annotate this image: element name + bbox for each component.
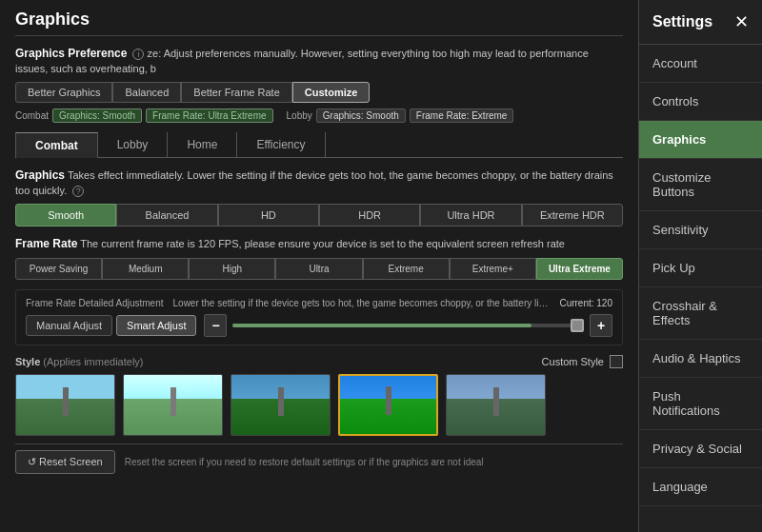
style-thumb-4[interactable]: [338, 374, 438, 436]
tab-efficiency[interactable]: Efficiency: [237, 132, 325, 157]
style-section: Style (Applies immediately) Custom Style: [15, 355, 623, 436]
ultra-hdr-btn[interactable]: Ultra HDR: [420, 204, 521, 227]
style-thumb-2[interactable]: [123, 374, 223, 436]
page-title: Graphics: [15, 10, 623, 36]
smart-adjust-btn[interactable]: Smart Adjust: [116, 315, 196, 336]
extreme-plus-btn[interactable]: Extreme+: [450, 258, 536, 280]
slider-thumb[interactable]: [571, 319, 584, 332]
style-thumb-1[interactable]: [15, 374, 115, 436]
smooth-btn[interactable]: Smooth: [15, 204, 116, 227]
style-thumb-5[interactable]: [446, 374, 546, 436]
sidebar-item-graphics[interactable]: Graphics: [639, 121, 762, 159]
power-saving-btn[interactable]: Power Saving: [15, 258, 102, 280]
sidebar-item-controls[interactable]: Controls: [639, 83, 762, 121]
info-icon: i: [132, 49, 144, 60]
style-thumb-4-inner: [340, 376, 436, 434]
combat-graphics-tag: Graphics: Smooth: [52, 108, 142, 123]
frame-rate-section: Frame Rate The current frame rate is 120…: [15, 236, 623, 280]
sidebar-item-language[interactable]: Language: [639, 468, 762, 506]
style-custom: Custom Style: [542, 355, 623, 368]
tab-combat[interactable]: Combat: [15, 132, 98, 158]
graphics-quality-label: Graphics Takes effect immediately. Lower…: [15, 167, 623, 198]
slider-track[interactable]: [232, 324, 584, 327]
slider-desc: Lower the setting if the device gets too…: [173, 298, 551, 308]
balanced-btn[interactable]: Balanced: [112, 82, 181, 103]
sidebar-item-account[interactable]: Account: [639, 45, 762, 83]
custom-style-checkbox[interactable]: [610, 355, 623, 368]
manual-adjust-btn[interactable]: Manual Adjust: [26, 315, 112, 336]
tab-home[interactable]: Home: [168, 132, 237, 157]
sidebar-item-pick-up[interactable]: Pick Up: [639, 249, 762, 287]
style-thumb-5-inner: [447, 375, 545, 435]
style-thumbnails: [15, 374, 623, 436]
graphics-preference-label: Graphics Preference i ze: Adjust prefere…: [15, 46, 623, 76]
settings-title: Settings: [652, 13, 712, 30]
slider-fill: [232, 324, 531, 327]
ultra-extreme-btn[interactable]: Ultra Extreme: [536, 258, 623, 280]
graphics-quality-desc: Takes effect immediately. Lower the sett…: [15, 169, 613, 196]
sidebar: Settings ✕ Account Controls Graphics Cus…: [638, 0, 762, 532]
combat-framerate-tag: Frame Rate: Ultra Extreme: [146, 108, 272, 123]
lobby-framerate-tag: Frame Rate: Extreme: [410, 108, 514, 123]
high-btn[interactable]: High: [189, 258, 275, 280]
main-content: Graphics Graphics Preference i ze: Adjus…: [0, 0, 638, 532]
better-graphics-btn[interactable]: Better Graphics: [15, 82, 112, 103]
medium-btn[interactable]: Medium: [102, 258, 189, 280]
better-frame-rate-btn[interactable]: Better Frame Rate: [181, 82, 291, 103]
preset-info: Combat Graphics: Smooth Frame Rate: Ultr…: [15, 108, 623, 123]
frame-rate-desc: The current frame rate is 120 FPS, pleas…: [80, 238, 565, 249]
close-button[interactable]: ✕: [734, 11, 749, 32]
extreme-btn[interactable]: Extreme: [363, 258, 450, 280]
graphics-quality-section: Graphics Takes effect immediately. Lower…: [15, 167, 623, 227]
customize-btn[interactable]: Customize: [292, 82, 371, 103]
slider-minus-btn[interactable]: −: [204, 314, 227, 337]
balanced-quality-btn[interactable]: Balanced: [116, 204, 217, 227]
tabs: Combat Lobby Home Efficiency: [15, 132, 623, 158]
sidebar-item-privacy-social[interactable]: Privacy & Social: [639, 430, 762, 468]
style-thumb-1-inner: [16, 375, 114, 435]
slider-label: Frame Rate Detailed Adjustment: [26, 298, 164, 308]
hdr-btn[interactable]: HDR: [319, 204, 420, 227]
extreme-hdr-btn[interactable]: Extreme HDR: [522, 204, 623, 227]
tab-lobby[interactable]: Lobby: [98, 132, 169, 157]
slider-plus-btn[interactable]: +: [590, 314, 612, 337]
ultra-btn[interactable]: Ultra: [275, 258, 362, 280]
graphics-info-icon: ?: [72, 186, 84, 197]
sidebar-item-sensitivity[interactable]: Sensitivity: [639, 211, 762, 249]
style-thumb-2-inner: [124, 375, 222, 435]
lobby-graphics-tag: Graphics: Smooth: [316, 108, 406, 123]
frame-rate-label: Frame Rate The current frame rate is 120…: [15, 236, 623, 252]
slider-section: Frame Rate Detailed Adjustment Lower the…: [15, 289, 623, 345]
slider-track-container: − +: [204, 314, 612, 337]
hd-btn[interactable]: HD: [218, 204, 319, 227]
frame-rate-buttons: Power Saving Medium High Ultra Extreme E…: [15, 258, 623, 280]
slider-controls: Manual Adjust Smart Adjust − +: [26, 314, 612, 337]
sidebar-header: Settings ✕: [639, 0, 762, 45]
sidebar-item-crosshair-effects[interactable]: Crosshair & Effects: [639, 287, 762, 340]
slider-header: Frame Rate Detailed Adjustment Lower the…: [26, 298, 612, 308]
reset-info: Reset the screen if you need to restore …: [125, 457, 484, 467]
style-thumb-3-inner: [231, 375, 330, 435]
style-header: Style (Applies immediately) Custom Style: [15, 355, 623, 368]
sidebar-item-push-notifications[interactable]: Push Notifications: [639, 378, 762, 430]
sidebar-item-customize-buttons[interactable]: Customize Buttons: [639, 159, 762, 211]
bottom-bar: ↺ Reset Screen Reset the screen if you n…: [15, 443, 623, 480]
graphics-preference-section: Graphics Preference i ze: Adjust prefere…: [15, 46, 623, 123]
style-thumb-3[interactable]: [231, 374, 331, 436]
sidebar-item-audio-haptics[interactable]: Audio & Haptics: [639, 340, 762, 378]
slider-current: Current: 120: [559, 298, 612, 308]
graphics-quality-buttons: Smooth Balanced HD HDR Ultra HDR Extreme…: [15, 204, 623, 227]
adjust-btn-group: Manual Adjust Smart Adjust: [26, 315, 196, 336]
style-label: Style (Applies immediately): [15, 356, 144, 367]
reset-screen-btn[interactable]: ↺ Reset Screen: [15, 450, 115, 474]
graphics-preference-buttons: Better Graphics Balanced Better Frame Ra…: [15, 82, 623, 103]
